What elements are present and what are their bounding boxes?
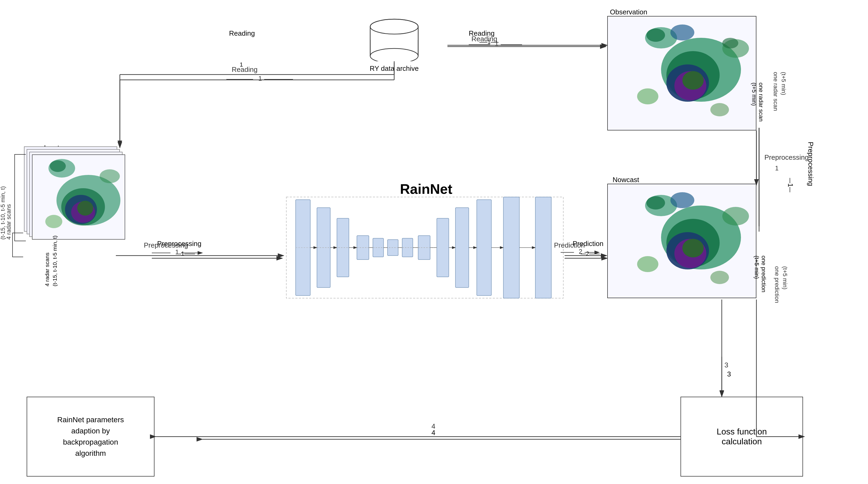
reading-num-2: 1 bbox=[479, 39, 499, 45]
neural-network bbox=[285, 194, 565, 301]
svg-text:one radar scan: one radar scan bbox=[772, 72, 779, 111]
svg-point-31 bbox=[722, 38, 738, 49]
svg-text:(t-15, t-10, t-5 min, t): (t-15, t-10, t-5 min, t) bbox=[0, 186, 6, 240]
observation-image bbox=[607, 16, 756, 130]
svg-text:1: 1 bbox=[775, 164, 778, 172]
loss-function-text: Loss function calculation bbox=[717, 427, 767, 447]
svg-point-66 bbox=[77, 201, 93, 216]
preprocessing-label: Preprocessing bbox=[157, 239, 202, 248]
svg-point-70 bbox=[45, 215, 62, 228]
nowcast-label: Nowcast bbox=[613, 176, 639, 184]
preprocessing-vertical-label: Preprocessing bbox=[806, 142, 815, 186]
svg-text:1: 1 bbox=[258, 75, 262, 82]
svg-point-28 bbox=[646, 29, 665, 42]
svg-text:one prediction: one prediction bbox=[774, 266, 780, 303]
db-label: RY data archive bbox=[368, 64, 421, 73]
prediction-step: 2 bbox=[581, 250, 600, 257]
svg-text:Reading: Reading bbox=[232, 65, 257, 73]
one-radar-scan-label: one radar scan (t+5 min) bbox=[750, 83, 765, 122]
backprop-box: RainNet parameters adaption by backpropa… bbox=[27, 397, 154, 477]
svg-rect-82 bbox=[437, 218, 449, 277]
prediction-label: Prediction bbox=[572, 239, 603, 248]
svg-rect-17 bbox=[370, 27, 418, 40]
svg-rect-83 bbox=[456, 208, 469, 288]
preprocessing-vertical-num: 1 bbox=[786, 178, 795, 192]
reading-num-1: 1 bbox=[240, 61, 243, 68]
svg-point-32 bbox=[637, 88, 658, 104]
backprop-text: RainNet parameters adaption by backpropa… bbox=[57, 414, 124, 459]
svg-point-42 bbox=[671, 192, 694, 208]
reading-label-1: Reading bbox=[229, 29, 255, 37]
input-scans-label: 4 radar scans (t-15, t-10, t-5 min, t) bbox=[43, 235, 59, 286]
svg-text:Preprocessing: Preprocessing bbox=[765, 153, 809, 161]
observation-label: Observation bbox=[610, 8, 647, 16]
bracket-label bbox=[11, 232, 27, 260]
preprocessing-step: 1 bbox=[176, 250, 195, 257]
svg-point-45 bbox=[710, 271, 729, 284]
svg-point-26 bbox=[682, 71, 704, 90]
step3-label: 3 bbox=[727, 370, 731, 378]
reading-label-2: Reading bbox=[469, 29, 495, 37]
svg-rect-84 bbox=[477, 200, 491, 295]
svg-text:3: 3 bbox=[724, 361, 728, 369]
svg-text:(t+5 min): (t+5 min) bbox=[780, 72, 787, 95]
loss-function-box: Loss function calculation bbox=[681, 397, 803, 477]
svg-point-39 bbox=[682, 239, 704, 257]
one-prediction-label: one prediction (t+5 min) bbox=[753, 256, 767, 292]
svg-point-29 bbox=[671, 25, 694, 40]
svg-point-69 bbox=[100, 169, 120, 183]
step4-label: 4 bbox=[431, 429, 435, 437]
svg-point-41 bbox=[646, 196, 665, 209]
svg-point-16 bbox=[370, 49, 418, 61]
svg-point-33 bbox=[710, 103, 729, 116]
svg-point-43 bbox=[722, 207, 749, 225]
svg-point-44 bbox=[637, 256, 658, 272]
svg-rect-72 bbox=[296, 200, 310, 295]
nowcast-image bbox=[607, 184, 756, 298]
svg-text:(t+5 min): (t+5 min) bbox=[782, 266, 788, 289]
db-cylinder: RY data archive bbox=[368, 16, 421, 73]
svg-point-68 bbox=[50, 160, 66, 172]
svg-rect-86 bbox=[535, 197, 551, 298]
svg-rect-85 bbox=[503, 197, 519, 298]
